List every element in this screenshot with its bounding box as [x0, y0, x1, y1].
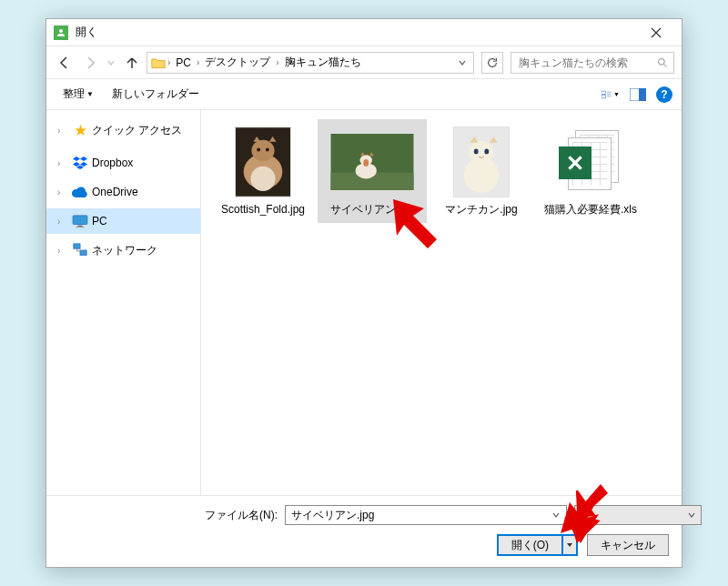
refresh-button[interactable]: [481, 52, 503, 74]
chevron-down-icon: [688, 511, 695, 519]
tree-onedrive[interactable]: › OneDrive: [46, 179, 200, 205]
thumbnail: [438, 125, 525, 199]
titlebar: 開く: [46, 19, 682, 46]
excel-icon: [555, 128, 626, 196]
chevron-right-icon: ›: [57, 187, 68, 197]
tree-quick-access[interactable]: › ★ クイック アクセス: [46, 117, 200, 143]
tree-dropbox[interactable]: › Dropbox: [46, 150, 200, 176]
chevron-right-icon: ›: [57, 246, 68, 256]
file-item[interactable]: マンチカン.jpg: [427, 119, 536, 223]
chevron-right-icon: ›: [57, 217, 68, 227]
breadcrumb-desktop[interactable]: デスクトップ: [201, 55, 274, 70]
svg-point-25: [484, 148, 489, 154]
tree-label: PC: [92, 215, 107, 227]
folder-icon: [151, 56, 166, 70]
app-icon: [54, 25, 68, 40]
chevron-down-icon: ▼: [613, 91, 620, 97]
svg-point-0: [659, 58, 665, 65]
preview-pane-button[interactable]: [629, 86, 647, 104]
cancel-label: キャンセル: [601, 538, 655, 553]
svg-rect-4: [639, 88, 646, 101]
breadcrumb-folder[interactable]: 胸キュン猫たち: [281, 55, 365, 70]
tree-network[interactable]: › ネットワーク: [46, 237, 200, 263]
svg-rect-5: [73, 216, 87, 225]
svg-point-23: [469, 141, 493, 164]
help-button[interactable]: ?: [656, 86, 672, 103]
address-dropdown[interactable]: [455, 56, 470, 69]
star-icon: ★: [72, 122, 88, 138]
thumbnail: [547, 125, 634, 199]
tree-label: Dropbox: [92, 157, 133, 169]
open-split-button[interactable]: 開く(O): [497, 534, 578, 556]
thumbnail: [219, 125, 307, 199]
organize-menu[interactable]: 整理 ▼: [56, 83, 101, 106]
file-item[interactable]: 猫購入必要経費.xls: [536, 119, 645, 223]
svg-point-20: [363, 159, 369, 167]
svg-rect-8: [74, 244, 80, 248]
file-name: Scottish_Fold.jpg: [221, 203, 305, 217]
filename-combobox[interactable]: [285, 505, 567, 525]
file-name: マンチカン.jpg: [445, 203, 517, 217]
navigation-bar: › PC › デスクトップ › 胸キュン猫たち: [46, 46, 682, 79]
filter-value: *.*: [581, 509, 592, 521]
recent-dropdown[interactable]: [105, 52, 117, 74]
view-options-button[interactable]: ▼: [602, 86, 620, 104]
chevron-down-icon: [566, 541, 573, 549]
new-folder-label: 新しいフォルダー: [112, 86, 199, 102]
cancel-button[interactable]: キャンセル: [587, 534, 669, 556]
file-list[interactable]: Scottish_Fold.jpg サイベリアン.jpg: [201, 110, 682, 495]
filename-label: ファイル名(N):: [205, 508, 278, 523]
chevron-right-icon: ›: [57, 158, 68, 168]
network-icon: [72, 242, 88, 258]
open-file-dialog: 開く › PC › デスクトップ › 胸キュン猫たち: [46, 18, 682, 568]
svg-point-24: [474, 148, 479, 154]
monitor-icon: [72, 213, 88, 229]
chevron-right-icon[interactable]: ›: [167, 57, 170, 67]
back-button[interactable]: [54, 52, 76, 74]
cloud-icon: [72, 184, 88, 200]
close-button[interactable]: [638, 20, 674, 45]
dialog-title: 開く: [76, 25, 638, 40]
search-input[interactable]: [517, 56, 657, 70]
svg-point-14: [266, 148, 269, 152]
file-name: 猫購入必要経費.xls: [544, 203, 637, 217]
open-dropdown[interactable]: [561, 534, 578, 556]
svg-point-15: [250, 167, 275, 191]
thumbnail: [329, 125, 416, 199]
chevron-right-icon: ›: [57, 126, 68, 136]
file-name: サイベリアン.jpg: [330, 203, 413, 217]
tree-label: ネットワーク: [92, 243, 157, 258]
open-label: 開く(O): [511, 538, 549, 553]
toolbar: 整理 ▼ 新しいフォルダー ▼ ?: [46, 79, 682, 110]
breadcrumb-pc[interactable]: PC: [172, 56, 195, 69]
svg-point-13: [257, 148, 260, 152]
navigation-tree: › ★ クイック アクセス › Dropbox › OneDrive: [46, 110, 201, 495]
dialog-footer: ファイル名(N): *.* 開く(O): [46, 495, 682, 567]
search-box[interactable]: [511, 52, 674, 74]
file-item-selected[interactable]: サイベリアン.jpg: [318, 119, 427, 223]
svg-rect-1: [602, 91, 605, 94]
forward-button[interactable]: [79, 52, 101, 74]
tree-label: OneDrive: [92, 186, 138, 198]
chevron-right-icon[interactable]: ›: [197, 57, 199, 67]
up-button[interactable]: [121, 52, 143, 74]
new-folder-button[interactable]: 新しいフォルダー: [105, 83, 207, 106]
tree-pc[interactable]: › PC: [46, 208, 200, 234]
file-item[interactable]: Scottish_Fold.jpg: [208, 119, 318, 223]
svg-point-12: [251, 140, 274, 161]
filename-input[interactable]: [289, 508, 550, 522]
svg-rect-7: [76, 227, 85, 227]
search-icon: [657, 56, 668, 69]
open-button[interactable]: 開く(O): [497, 534, 561, 556]
chevron-down-icon: ▼: [86, 90, 94, 98]
filetype-filter[interactable]: *.*: [574, 505, 702, 525]
svg-rect-6: [77, 225, 82, 227]
organize-label: 整理: [63, 86, 85, 102]
svg-rect-2: [602, 95, 605, 97]
chevron-down-icon[interactable]: [550, 509, 562, 521]
tree-label: クイック アクセス: [92, 123, 182, 138]
dropbox-icon: [72, 155, 88, 171]
address-bar[interactable]: › PC › デスクトップ › 胸キュン猫たち: [147, 52, 474, 74]
chevron-right-icon[interactable]: ›: [276, 57, 278, 67]
